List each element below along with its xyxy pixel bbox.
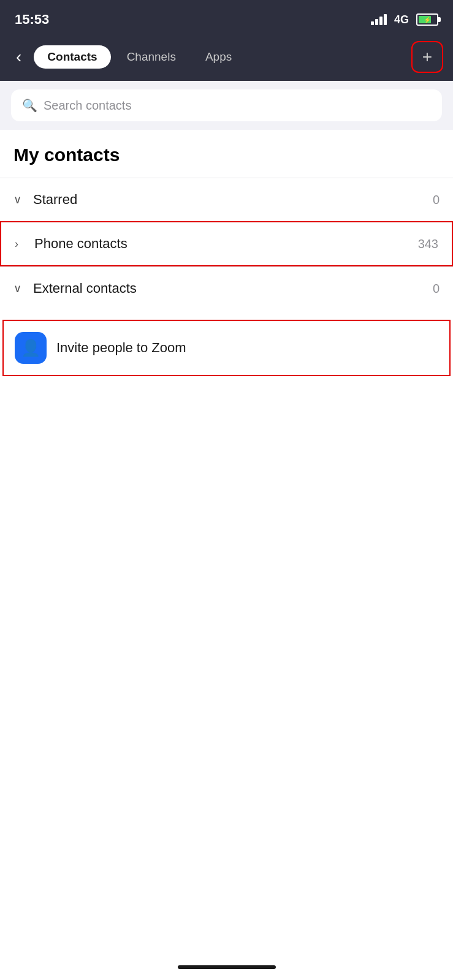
chevron-right-icon: › — [15, 238, 27, 251]
home-indicator — [178, 965, 276, 969]
search-input[interactable]: Search contacts — [44, 99, 131, 113]
invite-people-button[interactable]: 👤 Invite people to Zoom — [2, 320, 451, 376]
signal-bars-icon — [371, 14, 387, 25]
search-container: 🔍 Search contacts — [0, 81, 453, 130]
network-label: 4G — [394, 13, 409, 26]
phone-contacts-section[interactable]: › Phone contacts 343 — [0, 221, 453, 266]
back-button[interactable]: ‹ — [10, 45, 28, 69]
invite-label: Invite people to Zoom — [56, 340, 186, 356]
external-contacts-section[interactable]: ∨ External contacts 0 — [0, 266, 453, 310]
starred-section[interactable]: ∨ Starred 0 — [0, 178, 453, 221]
tab-contacts[interactable]: Contacts — [34, 45, 110, 69]
nav-bar: ‹ Contacts Channels Apps + — [0, 37, 453, 81]
add-contact-button[interactable]: + — [411, 41, 443, 73]
tab-channels[interactable]: Channels — [113, 45, 189, 69]
external-contacts-label: External contacts — [33, 281, 137, 296]
starred-count: 0 — [433, 193, 440, 207]
external-contacts-count: 0 — [433, 282, 440, 296]
chevron-down-icon-external: ∨ — [13, 282, 26, 295]
plus-icon: + — [422, 48, 432, 66]
search-icon: 🔍 — [22, 98, 37, 113]
battery-icon: ⚡ — [416, 13, 438, 26]
status-time: 15:53 — [15, 12, 49, 28]
status-icons: 4G ⚡ — [371, 13, 438, 26]
invite-icon-bg: 👤 — [15, 332, 47, 364]
phone-contacts-count: 343 — [418, 237, 438, 251]
page-title: My contacts — [0, 130, 453, 178]
main-content: My contacts ∨ Starred 0 › Phone contacts… — [0, 130, 453, 376]
chevron-down-icon: ∨ — [13, 193, 26, 206]
tab-apps[interactable]: Apps — [192, 45, 245, 69]
tab-group: Contacts Channels Apps — [34, 45, 405, 69]
starred-label: Starred — [33, 192, 77, 208]
status-bar: 15:53 4G ⚡ — [0, 0, 453, 37]
person-add-icon: 👤 — [21, 339, 40, 358]
search-box[interactable]: 🔍 Search contacts — [11, 89, 442, 121]
phone-contacts-label: Phone contacts — [34, 236, 128, 252]
